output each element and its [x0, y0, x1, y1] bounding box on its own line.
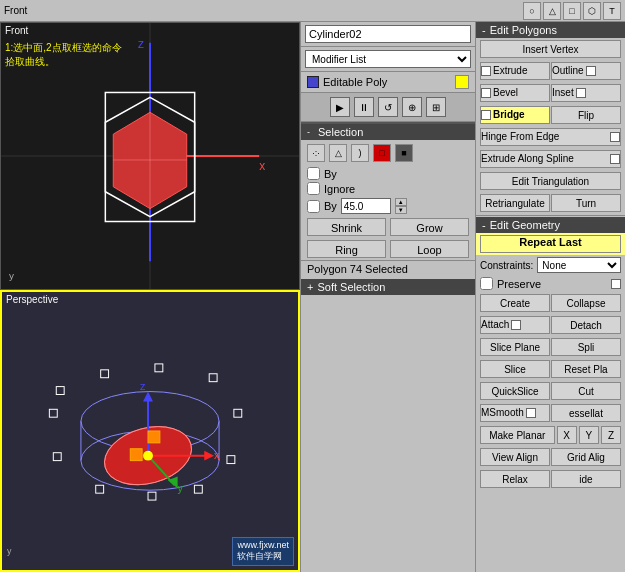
cut-btn[interactable]: Cut — [551, 382, 621, 400]
attach-detach-row: Attach Detach — [476, 314, 625, 336]
svg-text:x: x — [214, 449, 220, 461]
toolbar-icon-4[interactable]: ⬡ — [583, 2, 601, 20]
slice-btn[interactable]: Slice — [480, 360, 550, 378]
toolbar-icons: ○ △ □ ⬡ T — [523, 2, 621, 20]
toolbar-icon-5[interactable]: T — [603, 2, 621, 20]
vp-ctrl-key[interactable]: ⊞ — [426, 97, 446, 117]
grid-align-btn[interactable]: Grid Alig — [551, 448, 621, 466]
panel-toggle[interactable]: - — [307, 127, 310, 137]
turn-btn[interactable]: Turn — [551, 194, 621, 212]
msmooth-btn[interactable]: MSmooth — [480, 404, 550, 422]
by-angle-checkbox[interactable] — [307, 200, 320, 213]
ide-btn[interactable]: ide — [551, 470, 621, 488]
preserve-label: Preserve — [497, 278, 541, 290]
toolbar-icon-2[interactable]: △ — [543, 2, 561, 20]
bevel-btn[interactable]: Bevel — [480, 84, 550, 102]
x-axis-btn[interactable]: X — [557, 426, 577, 444]
ring-button[interactable]: Ring — [307, 240, 386, 258]
ep-toggle[interactable]: - — [482, 24, 486, 36]
divider-1 — [476, 215, 625, 216]
main-area: Front 1:选中面,2点取框选的命令 拾取曲线。 — [0, 22, 625, 572]
shrink-button[interactable]: Shrink — [307, 218, 386, 236]
outline-check[interactable] — [586, 66, 596, 76]
sel-icon-edge[interactable]: △ — [329, 144, 347, 162]
insert-vertex-row: Insert Vertex — [476, 38, 625, 60]
extrude-check[interactable] — [481, 66, 491, 76]
spline-check[interactable] — [610, 154, 620, 164]
sel-icon-face[interactable]: ) — [351, 144, 369, 162]
extrude-btn[interactable]: Extrude — [480, 62, 550, 80]
outline-btn[interactable]: Outline — [551, 62, 621, 80]
toolbar-icon-1[interactable]: ○ — [523, 2, 541, 20]
viewport-bottom[interactable]: Perspective — [0, 290, 300, 572]
viewport-top[interactable]: Front 1:选中面,2点取框选的命令 拾取曲线。 — [0, 22, 300, 290]
attach-check[interactable] — [511, 320, 521, 330]
angle-down[interactable]: ▼ — [395, 206, 407, 214]
selection-icons-row: ·:· △ ) □ ■ — [301, 140, 475, 166]
flip-btn[interactable]: Flip — [551, 106, 621, 124]
bridge-check[interactable] — [481, 110, 491, 120]
msmooth-check[interactable] — [526, 408, 536, 418]
split-btn[interactable]: Spli — [551, 338, 621, 356]
sel-icon-polygon[interactable]: □ — [373, 144, 391, 162]
detach-btn[interactable]: Detach — [551, 316, 621, 334]
slice-plane-btn[interactable]: Slice Plane — [480, 338, 550, 356]
bevel-check[interactable] — [481, 88, 491, 98]
bridge-btn[interactable]: Bridge — [480, 106, 550, 124]
loop-button[interactable]: Loop — [390, 240, 469, 258]
by-label: By — [324, 168, 337, 180]
hinge-row: Hinge From Edge — [476, 126, 625, 148]
collapse-btn[interactable]: Collapse — [551, 294, 621, 312]
eg-toggle[interactable]: - — [482, 219, 486, 231]
bottom-viewport-svg: x z y y — [2, 292, 298, 570]
modifier-dropdown[interactable]: Modifier List — [305, 50, 471, 68]
hinge-check[interactable] — [610, 132, 620, 142]
relax-btn[interactable]: Relax — [480, 470, 550, 488]
view-align-btn[interactable]: View Align — [480, 448, 550, 466]
quickslice-btn[interactable]: QuickSlice — [480, 382, 550, 400]
make-planar-btn[interactable]: Make Planar — [480, 426, 555, 444]
extrude-along-spline-btn[interactable]: Extrude Along Spline — [480, 150, 621, 168]
ignore-checkbox[interactable] — [307, 182, 320, 195]
quickslice-cut-row: QuickSlice Cut — [476, 380, 625, 402]
angle-up[interactable]: ▲ — [395, 198, 407, 206]
retriangulate-btn[interactable]: Retriangulate — [480, 194, 550, 212]
sel-icon-element[interactable]: ■ — [395, 144, 413, 162]
svg-text:z: z — [138, 37, 144, 51]
create-btn[interactable]: Create — [480, 294, 550, 312]
z-axis-btn[interactable]: Z — [601, 426, 621, 444]
grow-button[interactable]: Grow — [390, 218, 469, 236]
edit-triangulation-btn[interactable]: Edit Triangulation — [480, 172, 621, 190]
edit-geometry-header: - Edit Geometry — [476, 217, 625, 233]
constraints-select[interactable]: None — [537, 257, 621, 273]
vp-ctrl-pause[interactable]: ⏸ — [354, 97, 374, 117]
tessellate-btn[interactable]: essellat — [551, 404, 621, 422]
constraints-row: Constraints: None — [476, 255, 625, 275]
by-angle-input[interactable] — [341, 198, 391, 214]
repeat-last-btn[interactable]: Repeat Last — [480, 235, 621, 253]
svg-rect-38 — [130, 449, 142, 461]
soft-selection-toggle[interactable]: + — [307, 281, 313, 293]
reset-plane-btn[interactable]: Reset Pla — [551, 360, 621, 378]
object-name-input[interactable] — [305, 25, 471, 43]
edit-polygons-header: - Edit Polygons — [476, 22, 625, 38]
inset-btn[interactable]: Inset — [551, 84, 621, 102]
by-angle-label: By — [324, 200, 337, 212]
attach-btn[interactable]: Attach — [480, 316, 550, 334]
poly-yellow-box[interactable] — [455, 75, 469, 89]
inset-check[interactable] — [576, 88, 586, 98]
hinge-from-edge-btn[interactable]: Hinge From Edge — [480, 128, 621, 146]
preserve-box[interactable] — [611, 279, 621, 289]
vp-ctrl-stop[interactable]: ↺ — [378, 97, 398, 117]
selection-panel: - Selection ·:· △ ) □ ■ By Ignore By — [301, 122, 475, 572]
toolbar-icon-3[interactable]: □ — [563, 2, 581, 20]
vp-ctrl-play[interactable]: ▶ — [330, 97, 350, 117]
by-checkbox[interactable] — [307, 167, 320, 180]
y-axis-btn[interactable]: Y — [579, 426, 599, 444]
vp-ctrl-forward[interactable]: ⊕ — [402, 97, 422, 117]
relax-row: Relax ide — [476, 468, 625, 490]
soft-selection-bar[interactable]: + Soft Selection — [301, 279, 475, 295]
preserve-checkbox[interactable] — [480, 277, 493, 290]
sel-icon-vertex[interactable]: ·:· — [307, 144, 325, 162]
insert-vertex-btn[interactable]: Insert Vertex — [480, 40, 621, 58]
